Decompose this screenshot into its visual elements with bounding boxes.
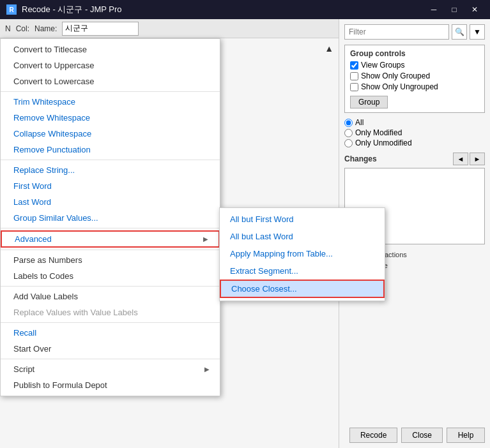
view-groups-row: View Groups (350, 61, 479, 70)
show-only-grouped-checkbox[interactable] (350, 72, 358, 80)
submenu-choose-closest[interactable]: Choose Closest... (220, 280, 385, 298)
menu-remove-punctuation[interactable]: Remove Punctuation (1, 142, 220, 158)
menu-recall[interactable]: Recall (1, 325, 220, 341)
menu-labels-to-codes[interactable]: Labels to Codes (1, 268, 220, 284)
advanced-arrow-icon: ▶ (203, 235, 208, 243)
window-title: Recode - 시군구 - JMP Pro (22, 4, 122, 15)
submenu-apply-mapping[interactable]: Apply Mapping from Table... (220, 245, 385, 262)
minimize-button[interactable]: ─ (425, 3, 443, 16)
submenu-all-but-first-word[interactable]: All but First Word (220, 211, 385, 228)
show-only-grouped-row: Show Only Grouped (350, 71, 479, 80)
menu-start-over[interactable]: Start Over (1, 341, 220, 357)
menu-separator-6 (1, 322, 220, 323)
menu-replace-string[interactable]: Replace String... (1, 162, 220, 178)
menu-parse-as-numbers[interactable]: Parse as Numbers (1, 252, 220, 268)
radio-only-unmodified-row: Only Unmodified (344, 138, 485, 147)
redo-button[interactable]: ► (470, 153, 485, 165)
bottom-buttons: Recode Close Help (349, 428, 485, 443)
radio-all[interactable] (344, 119, 353, 127)
menu-convert-lowercase[interactable]: Convert to Lowercase (1, 73, 220, 89)
name-input[interactable] (62, 22, 139, 36)
menu-collapse-whitespace[interactable]: Collapse Whitespace (1, 126, 220, 142)
view-groups-label: View Groups (361, 61, 404, 70)
menu-separator-3 (1, 228, 220, 228)
group-button[interactable]: Group (350, 96, 388, 108)
menu-replace-value-labels: Replace Values with Value Labels (1, 304, 220, 320)
filter-input[interactable] (344, 24, 449, 40)
app-icon: R (6, 4, 17, 15)
menu-group-similar[interactable]: Group Similar Values... (1, 210, 220, 226)
filter-row: 🔍 ▼ (344, 24, 485, 40)
context-menu: Convert to Titlecase Convert to Uppercas… (0, 38, 220, 396)
title-bar-controls: ─ □ ✕ (425, 3, 484, 16)
radio-only-modified-row: Only Modified (344, 128, 485, 137)
radio-group: All Only Modified Only Unmodified (344, 118, 485, 147)
group-controls-title: Group controls (350, 49, 479, 58)
submenu-extract-segment[interactable]: Extract Segment... (220, 262, 385, 280)
menu-separator-1 (1, 91, 220, 92)
radio-all-label: All (355, 118, 364, 127)
menu-trim-whitespace[interactable]: Trim Whitespace (1, 94, 220, 110)
help-button[interactable]: Help (447, 428, 485, 443)
changes-header: Changes ◄ ► (344, 153, 485, 165)
radio-only-modified-label: Only Modified (355, 128, 402, 137)
menu-convert-uppercase[interactable]: Convert to Uppercase (1, 57, 220, 73)
submenu-all-but-last-word[interactable]: All but Last Word (220, 228, 385, 245)
menu-publish[interactable]: Publish to Formula Depot (1, 377, 220, 393)
menu-first-word[interactable]: First Word (1, 178, 220, 194)
name-label: Name: (34, 24, 57, 33)
submenu-advanced: All but First Word All but Last Word App… (219, 207, 385, 301)
view-groups-checkbox[interactable] (350, 61, 358, 70)
title-bar-left: R Recode - 시군구 - JMP Pro (6, 4, 122, 15)
filter-search-icon[interactable]: 🔍 (452, 24, 467, 40)
close-window-button[interactable]: ✕ (466, 3, 484, 16)
title-bar: R Recode - 시군구 - JMP Pro ─ □ ✕ (0, 0, 490, 19)
changes-buttons: ◄ ► (453, 153, 485, 165)
menu-advanced[interactable]: Advanced ▶ (1, 230, 220, 248)
menu-remove-whitespace[interactable]: Remove Whitespace (1, 110, 220, 126)
menu-convert-titlecase[interactable]: Convert to Titlecase (1, 41, 220, 57)
undo-button[interactable]: ◄ (453, 153, 468, 165)
close-button[interactable]: Close (401, 428, 443, 443)
menu-last-word[interactable]: Last Word (1, 194, 220, 210)
script-arrow-icon: ▶ (204, 366, 210, 373)
maximize-button[interactable]: □ (445, 3, 463, 16)
menu-separator-2 (1, 160, 220, 160)
radio-only-unmodified-label: Only Unmodified (355, 138, 412, 147)
group-controls-box: Group controls View Groups Show Only Gro… (344, 45, 485, 113)
col-label: Col: (16, 24, 29, 33)
top-bar: N Col: Name: (0, 19, 339, 38)
menu-separator-5 (1, 286, 220, 287)
filter-options-icon[interactable]: ▼ (470, 24, 485, 40)
radio-all-row: All (344, 118, 485, 127)
show-only-ungrouped-label: Show Only Ungrouped (361, 82, 438, 91)
menu-script[interactable]: Script ▶ (1, 361, 220, 377)
radio-only-modified[interactable] (344, 129, 353, 137)
radio-only-unmodified[interactable] (344, 139, 353, 147)
show-only-ungrouped-row: Show Only Ungrouped (350, 82, 479, 91)
changes-title: Changes (344, 154, 377, 163)
main-window: N Col: Name: New Values (8) ▲ 남구 낭구 다문구 … (0, 19, 490, 448)
values-collapse-icon[interactable]: ▲ (325, 43, 333, 54)
recode-button[interactable]: Recode (349, 428, 397, 443)
show-only-ungrouped-checkbox[interactable] (350, 83, 358, 91)
n-label: N (5, 24, 11, 33)
menu-separator-7 (1, 359, 220, 359)
menu-add-value-labels[interactable]: Add Value Labels (1, 288, 220, 304)
show-only-grouped-label: Show Only Grouped (361, 71, 430, 80)
menu-separator-4 (1, 250, 220, 250)
